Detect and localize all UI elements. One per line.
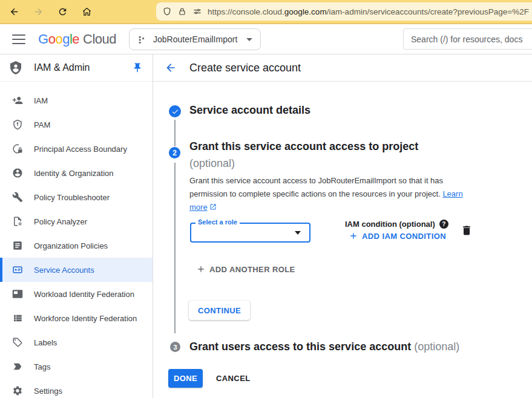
browser-home-button[interactable]: [76, 2, 97, 21]
account-circle-icon: [12, 168, 23, 178]
page-titlebar: Create service account: [153, 54, 532, 82]
sidebar-item-workforce-identity-federation[interactable]: Workforce Identity Federation: [0, 306, 153, 330]
lock-icon[interactable]: [177, 7, 187, 16]
done-button[interactable]: DONE: [168, 369, 203, 388]
step2-description: Grant this service account access to Job…: [189, 174, 467, 214]
back-button[interactable]: [165, 62, 177, 74]
address-bar[interactable]: https://console.cloud.google.com/iam-adm…: [156, 2, 532, 21]
step3-number: 3: [170, 342, 180, 352]
sidebar-item-identity-organization[interactable]: Identity & Organization: [0, 161, 153, 185]
sidebar-item-iam[interactable]: IAM: [0, 88, 153, 113]
browser-forward-button[interactable]: [28, 2, 48, 21]
sidebar-item-settings[interactable]: Settings: [0, 379, 153, 398]
step1-complete-icon: [169, 105, 181, 117]
google-cloud-logo[interactable]: Google Cloud: [38, 31, 116, 47]
shield-key-icon: [12, 119, 23, 130]
sidebar-item-labels[interactable]: Labels: [0, 330, 153, 354]
back-icon: [9, 7, 19, 17]
gear-icon: [12, 385, 23, 396]
step2-number: 2: [169, 147, 180, 158]
external-link-icon: [209, 203, 217, 210]
home-icon: [82, 7, 92, 17]
boundary-lock-icon: [12, 143, 23, 154]
sidebar-nav: IAM PAM Principal Access Boundary Identi…: [0, 82, 153, 398]
service-account-icon: [12, 264, 23, 275]
project-selector[interactable]: JobRouterEmailImport: [129, 28, 261, 50]
sidebar-item-tags[interactable]: Tags: [0, 354, 153, 379]
menu-hamburger-icon[interactable]: [12, 34, 25, 44]
sidebar-item-service-accounts[interactable]: Service Accounts: [0, 258, 153, 282]
sidebar-header: IAM & Admin: [0, 54, 153, 82]
sidebar-item-workload-identity-federation[interactable]: Workload Identity Federation: [0, 282, 153, 306]
permissions-icon[interactable]: [192, 7, 202, 16]
tag-icon: [12, 361, 23, 372]
wrench-icon: [12, 192, 23, 203]
person-add-icon: [12, 95, 23, 106]
main-content: Create service account Service account d…: [153, 54, 532, 398]
stepper-body: Service account details 2 Grant this ser…: [153, 82, 532, 398]
iam-admin-shield-icon: [8, 60, 23, 75]
browser-toolbar: https://console.cloud.google.com/iam-adm…: [0, 0, 532, 24]
add-another-role-button[interactable]: ADD ANOTHER ROLE: [196, 264, 295, 274]
pin-icon: [132, 62, 143, 73]
step2-title: Grant this service account access to pro…: [189, 138, 468, 172]
check-icon: [171, 108, 179, 116]
sidebar-item-organization-policies[interactable]: Organization Policies: [0, 233, 153, 258]
list-icon: [12, 313, 23, 324]
stepper-connector: [174, 163, 176, 333]
project-name: JobRouterEmailImport: [153, 34, 237, 44]
stepper-connector: [174, 120, 176, 146]
reload-icon: [57, 7, 68, 17]
shield-icon: [162, 7, 172, 16]
sidebar-item-policy-troubleshooter[interactable]: Policy Troubleshooter: [0, 185, 153, 209]
label-icon: [12, 337, 23, 348]
project-icon: [137, 35, 146, 44]
card-icon: [12, 289, 23, 299]
iam-condition-label: IAM condition (optional) ?: [345, 220, 448, 229]
sidebar-item-pam[interactable]: PAM: [0, 113, 153, 137]
sidebar-item-policy-analyzer[interactable]: Policy Analyzer: [0, 209, 153, 233]
page-title: Create service account: [189, 62, 301, 74]
browser-back-button[interactable]: [4, 2, 24, 21]
search-box[interactable]: [403, 28, 532, 50]
dropdown-caret-icon: [295, 231, 301, 235]
article-icon: [12, 240, 23, 251]
browser-reload-button[interactable]: [52, 2, 73, 21]
step1-title: Service account details: [189, 104, 310, 117]
gcp-header: Google Cloud JobRouterEmailImport: [0, 24, 532, 54]
plus-icon: [196, 264, 206, 274]
back-arrow-icon: [165, 62, 177, 74]
plus-icon: [349, 231, 358, 241]
role-select-label: Select a role: [195, 218, 240, 226]
pin-button[interactable]: [132, 62, 143, 73]
add-iam-condition-button[interactable]: ADD IAM CONDITION: [349, 231, 446, 241]
sidebar-item-principal-access-boundary[interactable]: Principal Access Boundary: [0, 137, 153, 161]
document-gear-icon: [12, 216, 23, 227]
cancel-button[interactable]: CANCEL: [216, 369, 251, 388]
iam-admin-sidebar: IAM & Admin IAM PAM Principal Access Bou…: [0, 54, 153, 398]
forward-icon: [33, 7, 44, 17]
chevron-down-icon: [246, 38, 252, 41]
trash-icon: [461, 224, 473, 237]
sidebar-title: IAM & Admin: [34, 62, 90, 73]
search-input[interactable]: [411, 34, 532, 44]
delete-role-button[interactable]: [461, 224, 473, 237]
step3-title: Grant users access to this service accou…: [189, 341, 459, 353]
continue-button[interactable]: CONTINUE: [189, 301, 250, 320]
help-icon[interactable]: ?: [439, 220, 448, 229]
url-text: https://console.cloud.google.com/iam-adm…: [208, 7, 529, 16]
